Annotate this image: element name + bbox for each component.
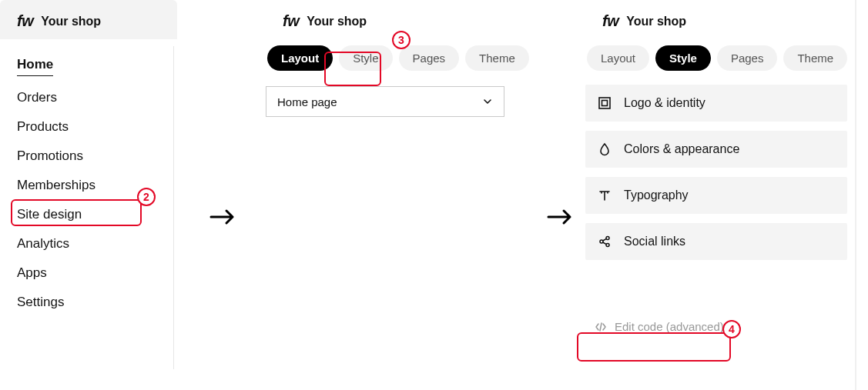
logo: fw — [283, 12, 299, 30]
annotation-badge-3: 3 — [392, 31, 411, 49]
drop-icon — [598, 142, 612, 156]
page-select[interactable]: Home page — [266, 86, 504, 117]
tab-style[interactable]: Style — [655, 45, 711, 71]
panel-site-design-layout: fw Your shop Layout Style Pages Theme Ho… — [266, 0, 512, 117]
arrow-icon — [547, 208, 573, 226]
share-icon — [598, 235, 612, 248]
nav-item-site-design[interactable]: Site design — [17, 200, 82, 229]
style-option-list: Logo & identity Colors & appearance Typo… — [585, 85, 847, 260]
style-option-colors[interactable]: Colors & appearance — [585, 131, 847, 168]
tab-pages[interactable]: Pages — [717, 45, 778, 71]
tab-layout[interactable]: Layout — [267, 45, 333, 71]
shop-name: Your shop — [626, 15, 686, 28]
svg-point-3 — [606, 237, 609, 240]
panel-site-design-style: fw Your shop Layout Style Pages Theme Lo… — [585, 0, 847, 339]
style-option-social[interactable]: Social links — [585, 223, 847, 260]
nav-item-memberships[interactable]: Memberships — [17, 171, 96, 200]
annotation-badge-2: 2 — [137, 188, 156, 206]
tab-style[interactable]: Style — [339, 45, 392, 71]
tab-theme[interactable]: Theme — [783, 45, 847, 71]
panel-divider — [173, 46, 174, 369]
chevron-down-icon — [482, 96, 493, 107]
style-option-label: Social links — [624, 235, 685, 248]
code-icon — [595, 321, 607, 333]
nav-item-home[interactable]: Home — [17, 50, 53, 83]
style-option-label: Logo & identity — [624, 96, 705, 110]
arrow-icon — [209, 208, 236, 226]
square-icon — [598, 96, 612, 110]
header: fw Your shop — [266, 0, 512, 39]
svg-point-4 — [606, 244, 609, 247]
shop-name: Your shop — [41, 15, 101, 28]
header: fw Your shop — [585, 0, 847, 39]
svg-point-2 — [600, 240, 603, 243]
panel-edge — [855, 0, 856, 390]
style-option-typography[interactable]: Typography — [585, 177, 847, 214]
page-select-value: Home page — [277, 95, 337, 108]
svg-rect-1 — [602, 101, 608, 106]
logo: fw — [17, 12, 33, 30]
style-option-logo-identity[interactable]: Logo & identity — [585, 85, 847, 122]
svg-rect-0 — [599, 98, 610, 108]
nav-item-orders[interactable]: Orders — [17, 83, 57, 112]
header: fw Your shop — [0, 0, 177, 39]
edit-code-label: Edit code (advanced) — [615, 320, 724, 333]
shop-name: Your shop — [307, 15, 367, 28]
style-option-label: Typography — [624, 188, 689, 202]
tab-pages[interactable]: Pages — [399, 45, 460, 71]
nav-item-settings[interactable]: Settings — [17, 288, 64, 317]
tab-theme[interactable]: Theme — [465, 45, 529, 71]
nav-item-apps[interactable]: Apps — [17, 258, 47, 288]
tab-bar: Layout Style Pages Theme — [585, 42, 847, 71]
annotation-badge-4: 4 — [722, 320, 741, 338]
style-option-label: Colors & appearance — [624, 142, 739, 156]
type-icon — [598, 188, 612, 202]
tab-layout[interactable]: Layout — [587, 45, 649, 71]
nav-item-analytics[interactable]: Analytics — [17, 229, 69, 258]
panel-navigation: fw Your shop Home Orders Products Promot… — [0, 0, 177, 317]
nav-item-products[interactable]: Products — [17, 112, 69, 142]
edit-code-button[interactable]: Edit code (advanced) — [585, 314, 733, 339]
tab-bar: Layout Style Pages Theme — [266, 42, 512, 71]
nav-item-promotions[interactable]: Promotions — [17, 142, 83, 171]
primary-nav: Home Orders Products Promotions Membersh… — [0, 39, 177, 317]
logo: fw — [602, 12, 618, 30]
